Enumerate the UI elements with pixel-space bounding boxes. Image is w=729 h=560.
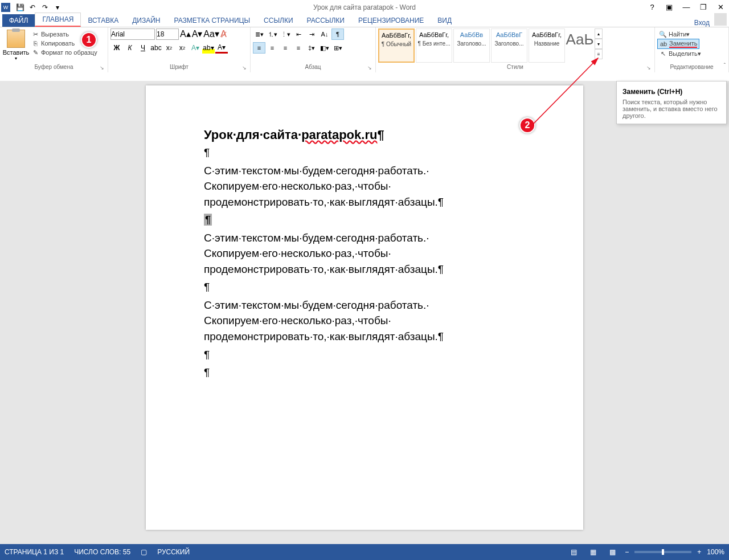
find-button[interactable]: 🔍Найти▾ (657, 30, 691, 39)
print-layout-icon[interactable]: ▦ (586, 546, 600, 558)
ribbon-tabs: ФАЙЛ ГЛАВНАЯ ВСТАВКА ДИЗАЙН РАЗМЕТКА СТР… (0, 14, 729, 27)
style-heading2[interactable]: АаБбВвГЗаголово... (491, 28, 527, 63)
sort-icon[interactable]: A↓ (318, 28, 331, 40)
paste-button[interactable]: Вставить ▾ (2, 28, 30, 62)
font-name-input[interactable] (110, 28, 155, 40)
group-font: A▴ A▾ Aa▾ A̷ Ж К Ч abc x2 x2 A▾ ab▾ A▾ Ш… (108, 27, 251, 72)
line-spacing-icon[interactable]: ‡▾ (305, 42, 318, 54)
style-gallery: АаБбВвГг,¶ Обычный АаБбВвГг,¶ Без инте..… (378, 28, 595, 63)
borders-icon[interactable]: ⊞▾ (331, 42, 344, 54)
login-link[interactable]: Вход (694, 19, 710, 27)
bullets-icon[interactable]: ≣▾ (253, 28, 265, 40)
ribbon-options-icon[interactable]: ▣ (661, 1, 678, 14)
body-para: С·этим·текстом·мы·будем·сегодня·работать… (204, 230, 525, 277)
web-layout-icon[interactable]: ▩ (605, 546, 619, 558)
tab-insert[interactable]: ВСТАВКА (81, 14, 125, 27)
empty-para: ¶ (204, 145, 525, 161)
subscript-button[interactable]: x2 (163, 42, 175, 54)
multilevel-icon[interactable]: ⋮▾ (279, 28, 292, 40)
avatar[interactable] (714, 13, 727, 26)
underline-button[interactable]: Ч (137, 42, 149, 54)
zoom-in-icon[interactable]: + (697, 548, 701, 556)
shrink-font-icon[interactable]: A▾ (192, 28, 203, 40)
style-nospacing[interactable]: АаБбВвГг,¶ Без инте... (416, 28, 452, 63)
tab-layout[interactable]: РАЗМЕТКА СТРАНИЦЫ (167, 14, 257, 27)
align-right-icon[interactable]: ≡ (279, 42, 292, 54)
launcher-icon[interactable]: ↘ (367, 65, 372, 71)
group-font-label: Шрифт (170, 64, 189, 70)
undo-icon[interactable]: ↶ (26, 1, 39, 14)
close-icon[interactable]: ✕ (712, 1, 729, 14)
style-normal[interactable]: АаБбВвГг,¶ Обычный (378, 28, 415, 63)
qat-dropdown-icon[interactable]: ▾ (51, 1, 64, 14)
style-heading1[interactable]: АаБбВвЗаголово... (453, 28, 490, 63)
zoom-out-icon[interactable]: − (625, 548, 629, 556)
align-center-icon[interactable]: ≡ (266, 42, 279, 54)
replace-button[interactable]: abЗаменить (657, 39, 699, 49)
change-case-icon[interactable]: Aa▾ (203, 28, 219, 40)
font-color-icon[interactable]: A▾ (215, 42, 228, 54)
tab-design[interactable]: ДИЗАЙН (125, 14, 167, 27)
tab-home[interactable]: ГЛАВНАЯ (35, 13, 81, 27)
zoom-value[interactable]: 100% (707, 548, 724, 556)
scroll-down-icon[interactable]: ▾ (595, 39, 603, 49)
proofing-icon[interactable]: ▢ (141, 548, 147, 556)
style-title[interactable]: АаБбВвГг,Название (529, 28, 565, 63)
format-painter-button[interactable]: ✎Формат по образцу (30, 48, 99, 57)
launcher-icon[interactable]: ↘ (100, 65, 104, 71)
inc-indent-icon[interactable]: ⇥ (305, 28, 318, 40)
group-para-label: Абзац (305, 64, 321, 70)
justify-icon[interactable]: ≡ (292, 42, 305, 54)
show-marks-icon[interactable]: ¶ (331, 28, 344, 40)
tab-review[interactable]: РЕЦЕНЗИРОВАНИЕ (351, 14, 431, 27)
style-more-preview: АаЬ (566, 28, 593, 63)
dec-indent-icon[interactable]: ⇤ (292, 28, 305, 40)
ribbon: Вставить ▾ ✂Вырезать ⎘Копировать ✎Формат… (0, 27, 729, 72)
empty-para: ¶ (204, 279, 525, 295)
launcher-icon[interactable]: ↘ (646, 65, 651, 71)
styles-expand-icon[interactable]: ≡ (595, 49, 603, 59)
group-editing: 🔍Найти▾ abЗаменить ↖Выделить▾ Редактиров… (655, 27, 729, 72)
help-icon[interactable]: ? (644, 1, 661, 14)
strike-button[interactable]: abc (150, 42, 162, 54)
tab-mailings[interactable]: РАССЫЛКИ (300, 14, 351, 27)
callout-1: 1 (81, 32, 97, 48)
word-icon: W (1, 3, 10, 12)
status-bar: СТРАНИЦА 1 ИЗ 1 ЧИСЛО СЛОВ: 55 ▢ РУССКИЙ… (0, 544, 729, 560)
grow-font-icon[interactable]: A▴ (180, 28, 191, 40)
body-para: С·этим·текстом·мы·будем·сегодня·работать… (204, 163, 525, 210)
font-size-input[interactable] (156, 28, 179, 40)
page[interactable]: Урок·для·сайта·paratapok.ru¶ ¶ С·этим·те… (146, 85, 583, 530)
tab-view[interactable]: ВИД (431, 14, 458, 27)
read-mode-icon[interactable]: ▤ (567, 546, 580, 558)
numbering-icon[interactable]: ⒈▾ (266, 28, 279, 40)
redo-icon[interactable]: ↷ (39, 1, 51, 14)
superscript-button[interactable]: x2 (176, 42, 189, 54)
italic-button[interactable]: К (124, 42, 136, 54)
save-icon[interactable]: 💾 (14, 1, 26, 14)
shading-icon[interactable]: ◧▾ (318, 42, 331, 54)
group-paragraph: ≣▾ ⒈▾ ⋮▾ ⇤ ⇥ A↓ ¶ ≡ ≡ ≡ ≡ ‡▾ ◧▾ ⊞▾ Абзац… (251, 27, 376, 72)
group-editing-label: Редактирование (670, 64, 713, 70)
paste-icon (7, 30, 25, 48)
zoom-slider[interactable] (634, 551, 691, 553)
bold-button[interactable]: Ж (110, 42, 123, 54)
tab-references[interactable]: ССЫЛКИ (257, 14, 300, 27)
launcher-icon[interactable]: ↘ (242, 65, 247, 71)
clear-format-icon[interactable]: A̷ (220, 28, 227, 40)
restore-icon[interactable]: ❐ (695, 1, 712, 14)
empty-para: ¶ (204, 365, 525, 381)
status-lang[interactable]: РУССКИЙ (157, 548, 190, 556)
highlight-icon[interactable]: ab▾ (202, 42, 215, 54)
tab-file[interactable]: ФАЙЛ (2, 14, 35, 27)
scroll-up-icon[interactable]: ▴ (595, 28, 603, 39)
scissors-icon: ✂ (31, 30, 39, 38)
status-page[interactable]: СТРАНИЦА 1 ИЗ 1 (5, 548, 64, 556)
select-button[interactable]: ↖Выделить▾ (657, 49, 703, 58)
minimize-icon[interactable]: — (678, 1, 695, 14)
tooltip-replace: Заменить (Ctrl+H) Поиск текста, который … (616, 81, 727, 124)
status-words[interactable]: ЧИСЛО СЛОВ: 55 (74, 548, 130, 556)
text-effects-icon[interactable]: A▾ (189, 42, 202, 54)
align-left-icon[interactable]: ≡ (253, 42, 265, 54)
collapse-ribbon-icon[interactable]: ˆ (724, 63, 726, 69)
